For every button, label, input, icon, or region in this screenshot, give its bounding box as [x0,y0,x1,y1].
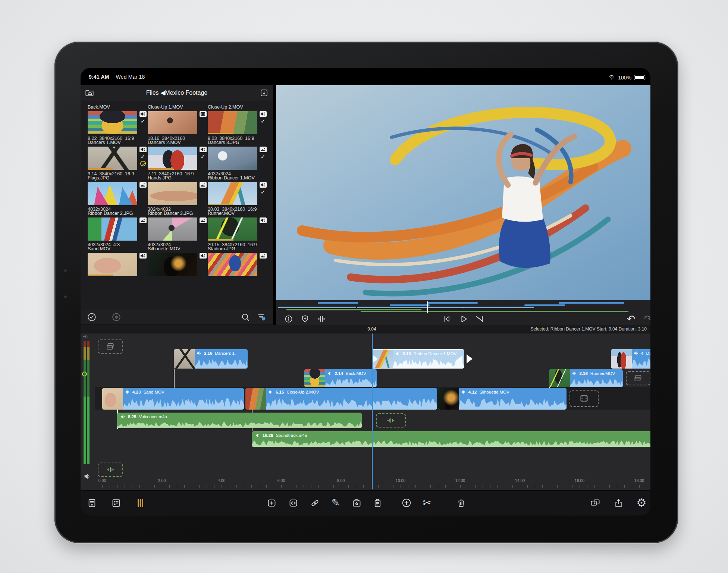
trim-handle-right[interactable] [458,356,462,362]
preview-video[interactable] [276,85,650,300]
media-item-ribbon1[interactable]: Ribbon Dancer 1.MOV✓20.03 3840x2160 16:9 [208,175,267,212]
media-thumbnail[interactable] [148,253,197,276]
media-item-back[interactable]: Back.MOV✓8.22 3840x2160 16:9 [88,104,147,141]
media-thumbnail[interactable] [148,217,197,241]
media-badges: ✓ [198,147,207,170]
media-thumbnail[interactable] [208,111,257,134]
media-thumbnail[interactable] [88,182,137,205]
timeline-clip-close-up-2-mov[interactable]: 6.15Close-Up 2.MOV [245,388,437,410]
overview-scrubber[interactable] [278,302,648,313]
library-breadcrumb[interactable]: Files ◀Mexico Footage [81,89,273,96]
media-item-dancers1[interactable]: Dancers 1.MOV✓9.14 3840x2160 16:9 [88,140,147,176]
info-button[interactable] [282,314,295,324]
usage-bar [88,133,113,134]
overwrite-button[interactable] [285,495,301,511]
search-icon[interactable] [239,311,252,323]
redo-button[interactable]: ↷ [641,314,650,324]
record-icon[interactable] [110,311,123,323]
media-thumbnail[interactable] [88,253,137,276]
undo-button[interactable]: ↶ [624,314,638,324]
battery-icon [634,75,645,80]
media-thumbnail[interactable] [208,217,257,241]
media-item-name: Dancers 2.MOV [148,140,207,145]
trim-handle-left[interactable] [373,356,378,362]
media-item-ribbon2[interactable]: Ribbon Dancer 2.JPG4032x3024 4:3 [88,211,147,247]
split-button[interactable]: ✂ [419,495,435,511]
trim-button[interactable] [315,314,328,324]
overlay-track-drop-zone[interactable] [98,339,123,354]
media-item-closeup2[interactable]: Close-Up 2.MOV✓9.03 3840x2160 16:9 [208,104,267,141]
track2-drop-zone[interactable] [626,371,650,385]
sort-icon[interactable] [255,311,268,323]
dual-display-button[interactable] [587,495,603,511]
transitions-button[interactable] [349,495,364,511]
media-thumbnail[interactable] [88,147,137,170]
timeline-clip-dancers-1-[interactable]: 2.16Dancers 1. [174,349,248,369]
extend-handle[interactable] [467,354,473,363]
scrubber-playhead[interactable] [427,301,428,313]
timeline-clip-soundtrack-m4a[interactable]: 16.28Soundtrack.m4a [252,431,650,447]
marker-add-button[interactable] [298,314,312,324]
media-item-dancers3[interactable]: Dancers 3.JPG✓4032x3024 [208,140,267,176]
main-track-drop-zone[interactable] [569,390,599,407]
media-thumbnail[interactable] [208,253,257,276]
ruler-label: 18.00 [634,478,644,483]
media-item-closeup1[interactable]: Close-Up 1.MOV18.16 3840x2160 [148,104,207,141]
add-button[interactable] [399,495,414,511]
timeline-clip-silhouette-mov[interactable]: 4.12Silhouette.MOV [438,388,567,410]
media-thumbnail[interactable] [148,182,197,205]
insert-button[interactable] [264,495,279,511]
next-button[interactable] [474,314,487,324]
share-button[interactable] [611,495,626,511]
play-button[interactable] [457,314,470,324]
timeline-clip-voiceover-m4a[interactable]: 8.25Voiceover.m4a [117,413,362,428]
clip-duration: 4.12 [468,390,477,394]
add-media-button[interactable] [84,495,100,511]
playhead[interactable] [372,334,373,489]
clip-thumbnail [438,388,459,410]
media-item-flags[interactable]: Flags.JPG4032x3024 [88,175,147,212]
media-item-name: Flags.JPG [88,175,147,181]
media-item-hands[interactable]: Hands.JPG3024x4032 [148,175,207,212]
import-icon[interactable] [258,87,270,98]
timeline-clip-dancers-2-mov[interactable]: 4Dancers 2.MOV [611,349,650,369]
project-manager-button[interactable] [108,495,124,511]
media-item-silhouette[interactable]: Silhouette.MOV [148,246,207,278]
audio-track-drop-zone[interactable] [98,463,123,477]
voiceover-drop-zone[interactable] [376,413,406,428]
media-item-sand[interactable]: Sand.MOV [88,246,147,278]
media-thumbnail[interactable] [208,147,257,170]
timeline-clip-sand-mov[interactable]: 4.23Sand.MOV [102,388,244,410]
timeline-clip-back-mov[interactable]: 2.14Back.MOV [304,369,377,387]
settings-button[interactable]: ⚙ [634,495,649,511]
media-thumbnail[interactable] [148,147,197,170]
select-all-icon[interactable] [85,311,98,323]
media-item-stadium[interactable]: Stadium.JPG [208,246,267,278]
media-thumbnail[interactable] [148,111,197,134]
media-item-runner[interactable]: Runner.MOV20.15 3840x2160 16:9 [208,211,267,247]
media-item-ribbon3[interactable]: Ribbon Dancer 3.JPG4032x3024 [148,211,207,247]
clip-duration: 4 [641,351,643,356]
media-thumbnail[interactable] [208,182,257,205]
previous-button[interactable] [440,314,454,324]
delete-button[interactable] [453,495,469,511]
audio-mixer-button[interactable] [132,495,148,511]
edit-pencil-button[interactable]: ✎ [328,495,343,511]
link-button[interactable] [307,495,323,511]
media-thumbnail[interactable] [88,217,137,241]
clip-waveform [325,378,377,387]
camera-sensor [64,295,67,298]
media-library-panel: Files ◀Mexico Footage Back.MOV✓8.22 3840… [81,85,273,325]
media-item-name: Silhouette.MOV [148,246,207,252]
gain-knob[interactable] [82,372,87,376]
speaker-icon[interactable] [83,472,91,482]
timeline-clip-runner-mov[interactable]: 2.16Runner.MOV [549,369,623,387]
scrubber-segment [463,307,534,308]
clip-name: Ribbon Dancer 1.MOV [414,351,457,356]
media-thumbnail[interactable] [88,111,137,134]
media-item-dancers2[interactable]: Dancers 2.MOV✓7.11 3840x2160 16:9 [148,140,207,176]
clipboard-button[interactable] [370,495,385,511]
timeline-clip-ribbon-dancer-1-mov[interactable]: 3.10Ribbon Dancer 1.MOV [372,349,464,369]
ruler-ticks [102,485,650,488]
clip-name: Silhouette.MOV [479,390,509,394]
